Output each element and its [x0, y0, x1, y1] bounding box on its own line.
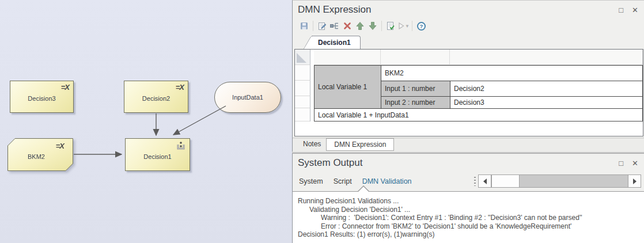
node-bkm2[interactable]: BKM2 =X: [7, 138, 73, 171]
cell-binding-value[interactable]: Decision2: [450, 81, 643, 96]
row-gutter[interactable]: [295, 81, 310, 96]
dmn-expression-panel: DMN Expression □ ✕: [292, 0, 644, 151]
scrollbar-grip-icon[interactable]: [474, 177, 476, 186]
tab-label: Decision1: [318, 39, 351, 47]
validate-icon[interactable]: [384, 20, 397, 32]
tab-script[interactable]: Script: [332, 176, 353, 187]
maximize-icon[interactable]: □: [619, 6, 623, 14]
svg-text:BKM2: BKM2: [28, 153, 45, 160]
insert-entry-icon[interactable]: [328, 20, 341, 32]
expression-tabstrip: Decision1: [293, 34, 644, 49]
save-icon[interactable]: [298, 20, 310, 32]
close-icon[interactable]: ✕: [632, 160, 638, 167]
column-header[interactable]: [314, 50, 381, 65]
tab-dmn-validation[interactable]: DMN Validation: [361, 176, 413, 187]
row-gutter[interactable]: [295, 108, 310, 122]
node-label: InputData1: [232, 94, 263, 101]
log-line: Error : Connector from 'BKM2' to 'Decisi…: [298, 222, 644, 231]
tab-system[interactable]: System: [298, 176, 324, 187]
toolbar-separator: [381, 21, 382, 31]
help-icon[interactable]: ?: [415, 20, 427, 32]
run-icon[interactable]: ▼: [397, 20, 410, 32]
node-label: Decision3: [28, 92, 55, 102]
node-label: Decision1: [143, 150, 171, 160]
svg-text:?: ?: [419, 23, 423, 29]
row-gutter[interactable]: [295, 96, 310, 108]
scrollbar-thumb[interactable]: [491, 175, 520, 187]
toolbar-separator: [412, 21, 412, 31]
toolbar-separator: [313, 21, 313, 31]
dmn-expression-header: DMN Expression □ ✕: [293, 1, 644, 18]
dropdown-caret-icon[interactable]: ▼: [405, 24, 410, 29]
maximize-icon[interactable]: □: [619, 160, 623, 167]
tab-dmn-expression[interactable]: DMN Expression: [326, 138, 394, 151]
column-header[interactable]: [381, 50, 450, 65]
context-expression-icon: [175, 141, 187, 152]
column-header[interactable]: [450, 50, 643, 65]
scroll-left-button[interactable]: [479, 175, 491, 187]
svg-text:=X: =X: [56, 142, 66, 150]
validation-log[interactable]: Running Decision1 Validations ... Valida…: [293, 192, 644, 243]
grid-corner-cell[interactable]: [295, 50, 310, 65]
delete-icon[interactable]: [341, 20, 354, 32]
cell-binding-param[interactable]: Input 1 : number: [381, 81, 450, 96]
right-dock: DMN Expression □ ✕: [292, 0, 644, 243]
close-icon[interactable]: ✕: [632, 6, 638, 14]
log-line: Warning : 'Decision1': Context Entry #1 …: [298, 214, 644, 222]
panel-title: DMN Expression: [298, 4, 610, 16]
scroll-left-icon: [483, 179, 487, 184]
tab-notes[interactable]: Notes: [298, 138, 326, 150]
dmn-bottom-tabstrip: Notes DMN Expression: [293, 138, 644, 152]
node-decision1[interactable]: Decision1: [125, 138, 190, 171]
scroll-right-button[interactable]: [628, 175, 641, 187]
expression-editor: Local Variable 1 BKM2 Input 1 : number D…: [294, 49, 643, 136]
cell-local-variable[interactable]: Local Variable 1: [314, 65, 381, 108]
log-line: Validating Decision 'Decision1' ...: [298, 206, 644, 214]
active-tab-notch: [358, 187, 369, 192]
panel-title: System Output: [298, 157, 610, 169]
log-line: Decision1 Results: (1) error(s), (1)warn…: [298, 230, 644, 239]
node-decision3[interactable]: =X Decision3: [10, 81, 74, 113]
horizontal-scrollbar[interactable]: [478, 174, 641, 188]
cell-invocation[interactable]: BKM2: [381, 65, 643, 81]
cell-binding-param[interactable]: Input 2 : number: [381, 96, 450, 108]
system-output-tabstrip: System Script DMN Validation: [293, 171, 644, 192]
system-output-panel: System Output □ ✕ System Script DMN Vali…: [292, 153, 644, 243]
move-down-icon[interactable]: [366, 20, 379, 32]
log-line: Running Decision1 Validations ...: [298, 197, 644, 206]
boxed-expression-marker: =X: [176, 83, 184, 92]
cell-binding-value[interactable]: Decision3: [450, 96, 643, 108]
row-gutter[interactable]: [295, 65, 310, 81]
boxed-expression-marker: =X: [61, 83, 69, 92]
move-up-icon[interactable]: [354, 20, 366, 32]
context-expression-grid: Local Variable 1 BKM2 Input 1 : number D…: [295, 50, 643, 122]
dmn-expression-toolbar: ▼ ?: [293, 18, 644, 34]
tab-decision1[interactable]: Decision1: [312, 36, 361, 49]
scroll-right-icon: [633, 179, 637, 184]
system-output-header: System Output □ ✕: [293, 154, 644, 171]
modify-icon[interactable]: [316, 20, 328, 32]
bkm-shape: BKM2 =X: [7, 138, 73, 171]
node-decision2[interactable]: =X Decision2: [124, 81, 188, 113]
diagram-connectors: [0, 0, 292, 243]
cell-final-expression[interactable]: Local Variable 1 + InputData1: [314, 108, 643, 122]
node-inputdata1[interactable]: InputData1: [214, 82, 281, 113]
corner-triangle-icon: [297, 53, 306, 63]
node-label: Decision2: [142, 92, 170, 102]
diagram-canvas[interactable]: =X Decision3 =X Decision2 InputData1 BKM…: [0, 0, 292, 243]
